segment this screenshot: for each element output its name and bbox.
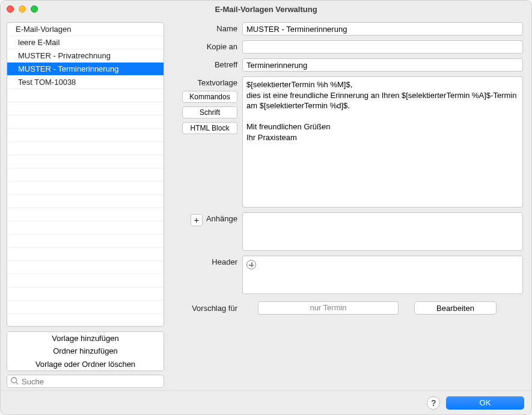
row-attachments: + Anhänge [169, 212, 523, 251]
window: E-Mail-Vorlagen Verwaltung E-Mail-Vorlag… [0, 0, 532, 415]
label-text-template: Textvorlage [198, 78, 237, 87]
close-window-button[interactable] [7, 5, 14, 13]
add-folder-button[interactable]: Ordner hinzufügen [7, 345, 164, 358]
text-template-textarea[interactable] [242, 76, 523, 208]
edit-suggestion-button[interactable]: Bearbeiten [414, 301, 497, 315]
label-copy-to: Kopie an [169, 40, 242, 51]
footer: ? OK [1, 390, 531, 414]
row-subject: Betreff [169, 58, 523, 72]
html-block-button[interactable]: HTML Block [182, 122, 237, 134]
ok-button[interactable]: OK [446, 396, 524, 410]
tree-item[interactable]: MUSTER - Privatrechnung [7, 49, 164, 63]
tree-item[interactable]: Test TOM-10038 [7, 76, 164, 89]
help-button[interactable]: ? [427, 396, 440, 410]
tree-item[interactable]: leere E-Mail [7, 36, 164, 49]
commands-button[interactable]: Kommandos [182, 91, 237, 103]
main-form: Name Kopie an Betreff Textvorlage [169, 22, 525, 388]
subject-input[interactable] [242, 58, 523, 72]
search-wrap [7, 375, 164, 388]
suggestion-value: nur Termin [258, 301, 399, 315]
search-icon [10, 377, 19, 387]
tree-item-selected[interactable]: MUSTER - Terminerinnerung [7, 63, 164, 76]
minimize-window-button[interactable] [19, 5, 26, 13]
copy-to-input[interactable] [242, 40, 523, 54]
svg-point-0 [11, 378, 17, 383]
label-header: Header [169, 256, 242, 266]
row-name: Name [169, 22, 523, 35]
svg-line-1 [16, 383, 19, 385]
font-button[interactable]: Schrift [182, 106, 237, 118]
body: E-Mail-Vorlagen leere E-Mail MUSTER - Pr… [1, 17, 531, 390]
header-list[interactable] [242, 256, 523, 294]
search-input[interactable] [7, 375, 164, 388]
label-name: Name [169, 22, 242, 33]
row-text-template: Textvorlage Kommandos Schrift HTML Block [169, 76, 523, 208]
name-input[interactable] [242, 22, 523, 35]
row-header: Header [169, 256, 523, 294]
tree-empty-rows [7, 89, 164, 326]
template-tree: E-Mail-Vorlagen leere E-Mail MUSTER - Pr… [7, 22, 164, 327]
attachments-list[interactable] [242, 212, 523, 251]
row-suggestion: Vorschlag für nur Termin Bearbeiten [169, 301, 523, 315]
row-copy-to: Kopie an [169, 40, 523, 54]
sidebar-buttons: Vorlage hinzufügen Ordner hinzufügen Vor… [7, 331, 164, 371]
tree-folder[interactable]: E-Mail-Vorlagen [7, 23, 164, 36]
delete-button[interactable]: Vorlage oder Ordner löschen [7, 357, 164, 370]
add-template-button[interactable]: Vorlage hinzufügen [7, 332, 164, 345]
add-attachment-button[interactable]: + [191, 214, 203, 226]
label-attachments: Anhänge [206, 214, 237, 223]
label-subject: Betreff [169, 58, 242, 69]
window-title: E-Mail-Vorlagen Verwaltung [7, 5, 525, 14]
template-tree-list[interactable]: E-Mail-Vorlagen leere E-Mail MUSTER - Pr… [7, 23, 164, 326]
sidebar: E-Mail-Vorlagen leere E-Mail MUSTER - Pr… [7, 22, 164, 388]
zoom-window-button[interactable] [31, 5, 38, 13]
label-suggestion-for: Vorschlag für [169, 304, 242, 313]
titlebar: E-Mail-Vorlagen Verwaltung [1, 1, 531, 17]
traffic-lights [7, 5, 38, 13]
add-header-icon[interactable] [246, 260, 256, 269]
